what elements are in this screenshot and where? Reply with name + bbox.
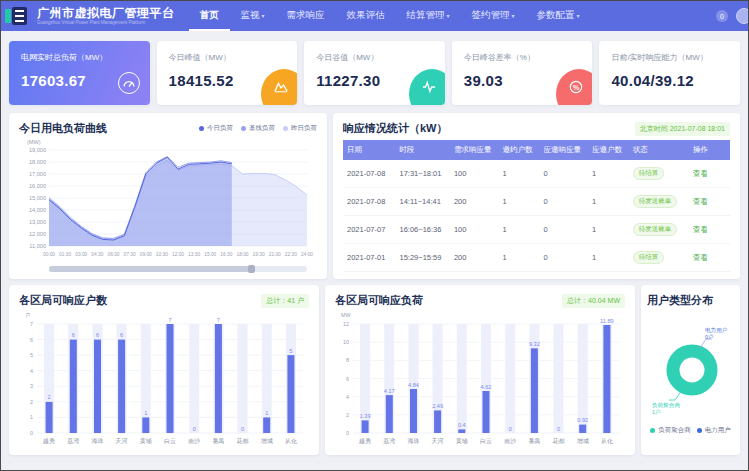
svg-text:5: 5 [289,348,292,354]
cell-action: 查看 [689,216,730,244]
table-row: 2021-07-0817:31~18:01100101待结算查看 [343,160,730,188]
svg-text:01:30: 01:30 [59,252,71,257]
status-badge: 待发送账单 [633,195,678,208]
svg-text:6: 6 [346,376,349,382]
legend-item[interactable]: 昨日负荷 [283,124,317,133]
cell-responded: 0 [539,216,588,244]
cell-demand: 200 [450,244,499,272]
nav-item-parameters[interactable]: 参数配置▾ [526,1,591,31]
app-title: 广州市虚拟电厂管理平台 [37,7,175,19]
nav-item-contract[interactable]: 签约管理▾ [461,1,526,31]
legend-item[interactable]: 电力用户 [697,426,731,435]
view-link[interactable]: 查看 [693,197,708,206]
svg-text:7: 7 [30,321,33,327]
cell-period: 16:06~16:36 [396,216,450,244]
svg-text:0: 0 [346,430,349,436]
legend-item[interactable]: 基线负荷 [241,124,275,133]
svg-text:00:00: 00:00 [43,252,55,257]
legend-item[interactable]: 负荷聚合商 [650,426,691,435]
cell-accepted: 1 [588,216,629,244]
status-badge: 待结算 [633,251,665,264]
svg-text:09:00: 09:00 [140,252,152,257]
cell-period: 17:31~18:01 [396,160,450,188]
svg-text:海珠: 海珠 [408,438,420,444]
chart-zoom-slider[interactable] [49,266,307,272]
svg-text:12:00: 12:00 [172,252,184,257]
svg-text:13,000: 13,000 [29,219,46,225]
table-row: 2021-07-0115:29~15:59200101待结算查看 [343,244,730,272]
cell-action: 查看 [689,244,730,272]
table-header-cell: 邀约户数 [499,140,540,160]
nav-item-home[interactable]: 首页 [189,1,230,31]
nav-label: 首页 [200,9,219,22]
svg-text:10: 10 [343,339,349,345]
svg-text:越秀: 越秀 [43,437,55,445]
total-users-badge: 总计：41 户 [261,294,309,308]
nav-label: 结算管理 [407,9,445,22]
peak-icon [274,80,288,94]
svg-text:花都: 花都 [553,438,565,445]
svg-text:22:30: 22:30 [285,252,297,257]
view-link[interactable]: 查看 [693,253,708,262]
status-badge: 待结算 [633,167,665,180]
nav-item-demand-response[interactable]: 需求响应 [276,1,336,31]
cell-date: 2021-07-07 [343,216,396,244]
svg-text:17,000: 17,000 [29,171,46,177]
svg-text:6: 6 [30,337,33,343]
cell-status: 待结算 [629,244,689,272]
svg-text:%: % [573,84,580,91]
load-curve-panel: 今日用电负荷曲线 今日负荷 基线负荷 昨日负荷 11,00012,00013,0… [9,113,327,279]
kpi-label: 今日峰值（MW） [169,52,286,63]
svg-text:番禺: 番禺 [212,437,224,445]
legend-item[interactable]: 今日负荷 [199,124,233,133]
zoom-slider-handle[interactable] [248,265,255,273]
svg-text:从化: 从化 [601,438,613,445]
chevron-down-icon: ▾ [512,12,515,19]
main-nav: 首页 监视▾ 需求响应 效果评估 结算管理▾ 签约管理▾ 参数配置▾ [189,1,591,31]
kpi-label: 今日谷值（MW） [316,52,433,63]
responsive-load-title: 各区局可响应负荷 [335,293,423,308]
notification-badge[interactable]: 0 [716,10,728,22]
svg-text:荔湾: 荔湾 [67,437,79,445]
app-logo-icon [3,6,33,26]
cell-period: 14:11~14:41 [396,188,450,216]
cell-status: 待发送账单 [629,216,689,244]
svg-text:0: 0 [509,426,512,432]
svg-text:4.62: 4.62 [481,384,492,390]
svg-text:15,000: 15,000 [29,195,46,201]
nav-label: 签约管理 [472,9,510,22]
cell-demand: 100 [450,216,499,244]
avatar[interactable] [736,8,749,24]
svg-text:1: 1 [30,414,33,420]
svg-text:12: 12 [343,321,349,327]
table-header-cell: 应邀响应量 [539,140,588,160]
beijing-time-badge: 北京时间 2021-07-08 18:01 [635,122,730,136]
nav-label: 需求响应 [287,9,325,22]
nav-label: 监视 [241,9,260,22]
cell-responded: 0 [539,244,588,272]
response-table: 日期时段需求响应量邀约户数应邀响应量应邀户数状态操作2021-07-0817:3… [343,140,730,272]
svg-text:负荷聚合商1户: 负荷聚合商1户 [652,402,680,415]
svg-text:7: 7 [168,317,171,323]
view-link[interactable]: 查看 [693,169,708,178]
svg-text:10:30: 10:30 [156,252,168,257]
cell-responded: 0 [539,160,588,188]
svg-text:电力用户0户: 电力用户0户 [705,327,727,340]
svg-text:荔湾: 荔湾 [383,437,395,445]
svg-text:南沙: 南沙 [504,438,516,444]
view-link[interactable]: 查看 [693,225,708,234]
cell-responded: 0 [539,188,588,216]
nav-item-monitor[interactable]: 监视▾ [230,1,276,31]
user-type-donut-chart: 电力用户0户负荷聚合商1户 [647,308,734,426]
response-stats-panel: 响应情况统计（kW） 北京时间 2021-07-08 18:01 日期时段需求响… [333,113,740,279]
kpi-card-today-peak: 今日峰值（MW） 18415.52 [157,41,298,105]
svg-text:1: 1 [265,410,268,416]
nav-item-settlement[interactable]: 结算管理▾ [396,1,461,31]
svg-text:2.49: 2.49 [432,403,443,409]
svg-text:19:30: 19:30 [253,252,265,257]
nav-item-effect-evaluation[interactable]: 效果评估 [336,1,396,31]
cell-accepted: 1 [588,188,629,216]
svg-text:0: 0 [193,426,196,432]
svg-text:4.84: 4.84 [408,382,419,388]
app-header: 广州市虚拟电厂管理平台 Guangzhou Virtual Power Plan… [1,1,748,31]
